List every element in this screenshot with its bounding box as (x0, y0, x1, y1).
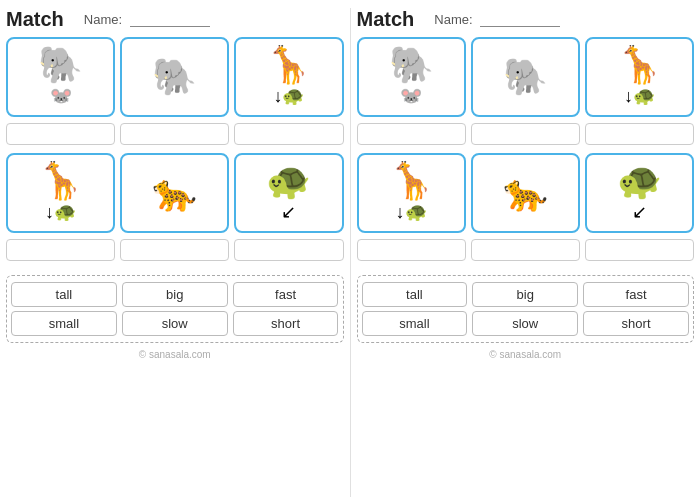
right-answer-2-2[interactable] (471, 239, 580, 261)
left-answer-2-3[interactable] (234, 239, 343, 261)
right-footer: © sanasala.com (357, 349, 695, 360)
left-title: Match (6, 8, 64, 31)
right-word-small[interactable]: small (362, 311, 468, 336)
right-answer-2-3[interactable] (585, 239, 694, 261)
right-answer-row-2 (357, 239, 695, 261)
right-word-row-2: small slow short (362, 311, 690, 336)
right-word-slow[interactable]: slow (472, 311, 578, 336)
left-card-1-3: 🦒 ↓🐢 (234, 37, 343, 117)
right-word-big[interactable]: big (472, 282, 578, 307)
right-image-row-2: 🦒 ↓🐢 🐆 🐢 ↙ (357, 153, 695, 233)
right-word-row-1: tall big fast (362, 282, 690, 307)
right-answer-1-2[interactable] (471, 123, 580, 145)
right-answer-2-1[interactable] (357, 239, 466, 261)
left-answer-row-1 (6, 123, 344, 145)
left-card-2-2: 🐆 (120, 153, 229, 233)
left-card-1-2: 🐘 (120, 37, 229, 117)
right-title: Match (357, 8, 415, 31)
left-answer-2-1[interactable] (6, 239, 115, 261)
left-name-line[interactable] (130, 26, 210, 27)
left-word-row-2: small slow short (11, 311, 339, 336)
right-answer-row-1 (357, 123, 695, 145)
page-container: Match Name: 🐘 🐭 🐘 🦒 (0, 0, 700, 501)
right-word-short[interactable]: short (583, 311, 689, 336)
right-name-line[interactable] (480, 26, 560, 27)
left-word-fast[interactable]: fast (233, 282, 339, 307)
left-card-2-3: 🐢 ↙ (234, 153, 343, 233)
left-card-1-1: 🐘 🐭 (6, 37, 115, 117)
right-card-2-2: 🐆 (471, 153, 580, 233)
left-card-2-1: 🦒 ↓🐢 (6, 153, 115, 233)
left-word-short[interactable]: short (233, 311, 339, 336)
right-card-1-3: 🦒 ↓🐢 (585, 37, 694, 117)
left-answer-1-3[interactable] (234, 123, 343, 145)
left-half: Match Name: 🐘 🐭 🐘 🦒 (6, 8, 344, 497)
left-answer-row-2 (6, 239, 344, 261)
right-card-2-3: 🐢 ↙ (585, 153, 694, 233)
right-answer-1-1[interactable] (357, 123, 466, 145)
right-card-2-1: 🦒 ↓🐢 (357, 153, 466, 233)
left-word-row-1: tall big fast (11, 282, 339, 307)
left-footer: © sanasala.com (6, 349, 344, 360)
right-half: Match Name: 🐘 🐭 🐘 🦒 (357, 8, 695, 497)
right-word-bank: tall big fast small slow short (357, 275, 695, 343)
left-image-row-1: 🐘 🐭 🐘 🦒 ↓🐢 (6, 37, 344, 117)
left-answer-2-2[interactable] (120, 239, 229, 261)
left-word-tall[interactable]: tall (11, 282, 117, 307)
left-word-slow[interactable]: slow (122, 311, 228, 336)
left-word-small[interactable]: small (11, 311, 117, 336)
right-name-label: Name: (434, 12, 560, 27)
left-word-big[interactable]: big (122, 282, 228, 307)
left-image-row-2: 🦒 ↓🐢 🐆 🐢 ↙ (6, 153, 344, 233)
right-card-1-2: 🐘 (471, 37, 580, 117)
right-word-fast[interactable]: fast (583, 282, 689, 307)
right-answer-1-3[interactable] (585, 123, 694, 145)
page-divider (350, 8, 351, 497)
right-header: Match Name: (357, 8, 695, 31)
right-image-row-1: 🐘 🐭 🐘 🦒 ↓🐢 (357, 37, 695, 117)
left-answer-1-2[interactable] (120, 123, 229, 145)
left-name-label: Name: (84, 12, 210, 27)
right-word-tall[interactable]: tall (362, 282, 468, 307)
left-word-bank: tall big fast small slow short (6, 275, 344, 343)
left-header: Match Name: (6, 8, 344, 31)
right-card-1-1: 🐘 🐭 (357, 37, 466, 117)
left-answer-1-1[interactable] (6, 123, 115, 145)
